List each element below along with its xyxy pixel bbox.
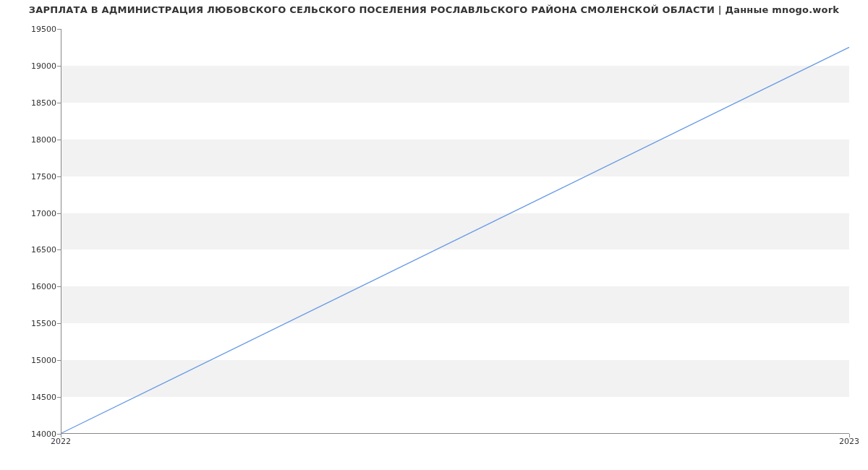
chart-title: ЗАРПЛАТА В АДМИНИСТРАЦИЯ ЛЮБОВСКОГО СЕЛЬ…	[0, 4, 868, 15]
x-tick-mark	[849, 434, 850, 437]
y-tick-mark	[57, 323, 61, 324]
y-tick-mark	[57, 360, 61, 361]
y-tick-label: 16000	[27, 282, 56, 291]
y-tick-mark	[57, 176, 61, 177]
x-tick-label: 2023	[839, 437, 859, 446]
y-tick-mark	[57, 397, 61, 398]
y-tick-label: 17000	[27, 208, 56, 218]
y-tick-label: 17500	[27, 171, 56, 181]
x-tick-mark	[61, 434, 61, 437]
y-tick-label: 15000	[27, 356, 56, 365]
y-tick-mark	[57, 249, 61, 250]
y-tick-label: 19000	[27, 61, 56, 70]
y-tick-label: 18000	[27, 134, 56, 144]
chart-container: ЗАРПЛАТА В АДМИНИСТРАЦИЯ ЛЮБОВСКОГО СЕЛЬ…	[0, 0, 868, 470]
y-tick-mark	[57, 140, 61, 140]
y-tick-mark	[57, 286, 61, 287]
y-tick-label: 15500	[27, 319, 56, 328]
y-tick-mark	[57, 103, 61, 103]
plot-area	[61, 29, 849, 434]
y-tick-label: 16500	[27, 245, 56, 255]
line-layer	[61, 29, 849, 433]
y-tick-label: 14500	[27, 393, 56, 402]
y-tick-mark	[57, 213, 61, 214]
y-tick-label: 18500	[27, 98, 56, 107]
x-tick-label: 2022	[51, 437, 71, 446]
y-tick-label: 19500	[27, 25, 56, 34]
y-tick-mark	[57, 66, 61, 67]
salary-line	[61, 47, 849, 433]
y-tick-mark	[57, 29, 61, 30]
